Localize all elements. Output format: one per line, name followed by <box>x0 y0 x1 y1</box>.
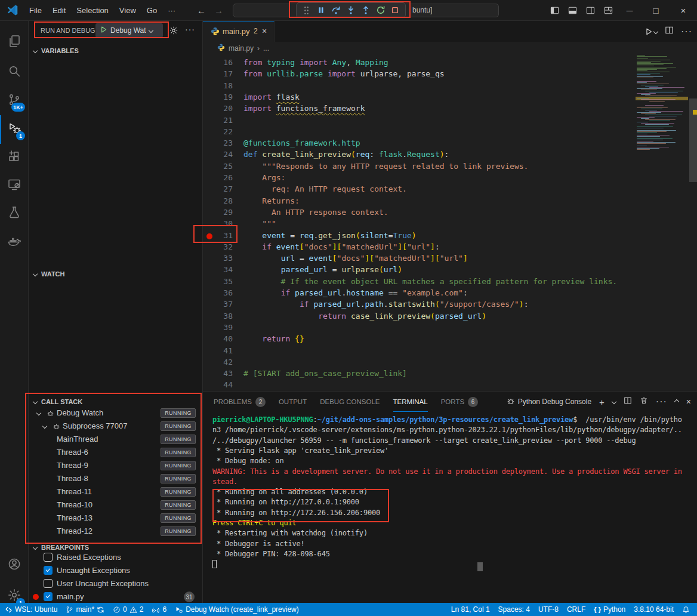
debug-configuration-dropdown[interactable]: Debug Wat <box>95 23 163 38</box>
ports-status[interactable]: 6 <box>152 605 166 614</box>
panel-tab-problems[interactable]: PROBLEMS2 <box>214 392 266 412</box>
terminal-output[interactable]: pierrick@LAPTOP-HKU5PNNG:~/git/add-ons-s… <box>212 415 690 600</box>
minimize-button[interactable]: ─ <box>617 0 642 21</box>
call-stack-item[interactable]: Debug WatchRUNNING <box>29 406 203 420</box>
maximize-button[interactable]: □ <box>642 0 670 21</box>
line-number[interactable]: 30 <box>203 219 233 228</box>
menu-go[interactable]: Go <box>141 4 162 17</box>
line-number[interactable]: 27 <box>203 184 233 193</box>
activity-search[interactable] <box>0 58 29 87</box>
breakpoint-item[interactable]: main.py31 <box>29 590 203 603</box>
line-number[interactable]: 33 <box>203 254 233 263</box>
line-number[interactable]: 41 <box>203 346 233 355</box>
line-number[interactable]: 23 <box>203 138 233 147</box>
menu-selection[interactable]: Selection <box>71 4 113 17</box>
pause-icon[interactable] <box>314 4 328 17</box>
line-number[interactable]: 25 <box>203 162 233 171</box>
language-mode[interactable]: { }Python <box>594 605 625 614</box>
line-number[interactable]: 18 <box>203 81 233 90</box>
line-number[interactable]: 17 <box>203 69 233 78</box>
start-debug-icon[interactable] <box>100 25 107 36</box>
panel-tab-ports[interactable]: PORTS6 <box>441 392 478 412</box>
breadcrumb-more[interactable]: ... <box>263 44 269 53</box>
notifications[interactable] <box>682 606 690 614</box>
stop-icon[interactable] <box>388 4 402 17</box>
breakpoint-item[interactable]: Uncaught Exceptions <box>29 564 203 577</box>
debug-settings-gear-icon[interactable] <box>169 26 178 38</box>
watch-section-header[interactable]: WATCH <box>29 268 203 280</box>
encoding[interactable]: UTF-8 <box>538 605 559 614</box>
kill-terminal-icon[interactable] <box>640 396 648 407</box>
line-number[interactable]: 24 <box>203 150 233 159</box>
activity-extensions[interactable] <box>0 143 29 172</box>
split-terminal-icon[interactable] <box>624 396 632 407</box>
panel-more-actions-icon[interactable]: ··· <box>656 396 667 407</box>
line-number[interactable]: 35 <box>203 277 233 286</box>
split-editor-icon[interactable] <box>665 26 674 37</box>
step-over-icon[interactable] <box>329 4 343 17</box>
tab-main-py[interactable]: main.py 2 × <box>203 21 275 42</box>
minimap[interactable] <box>636 55 689 294</box>
activity-run-and-debug[interactable]: 1 <box>0 115 29 144</box>
eol[interactable]: CRLF <box>567 605 585 614</box>
call-stack-item[interactable]: Thread-12RUNNING <box>29 525 203 538</box>
restart-icon[interactable] <box>374 4 387 17</box>
close-button[interactable]: × <box>670 0 697 21</box>
activity-docker[interactable] <box>0 228 29 257</box>
toggle-secondary-sidebar-icon[interactable] <box>581 0 599 21</box>
line-number[interactable]: 22 <box>203 127 233 136</box>
line-number[interactable]: 38 <box>203 312 233 321</box>
terminal-dropdown-chevron-icon[interactable] <box>612 399 616 404</box>
remote-status[interactable]: WSL: Ubuntu <box>5 605 57 614</box>
line-number[interactable]: 16 <box>203 58 233 67</box>
indentation[interactable]: Spaces: 4 <box>498 605 530 614</box>
call-stack-item[interactable]: Thread-6RUNNING <box>29 446 203 459</box>
step-out-icon[interactable] <box>359 4 372 17</box>
panel-tab-debug-console[interactable]: DEBUG CONSOLE <box>320 392 380 412</box>
breakpoint-checkbox[interactable] <box>44 553 53 562</box>
line-number[interactable]: 28 <box>203 196 233 205</box>
close-panel-icon[interactable]: × <box>686 397 691 406</box>
line-number[interactable]: 31 <box>203 231 233 240</box>
breadcrumb-file[interactable]: main.py <box>229 44 254 53</box>
line-number[interactable]: 40 <box>203 334 233 343</box>
panel-tab-output[interactable]: OUTPUT <box>279 392 307 412</box>
breadcrumb[interactable]: main.py › ... <box>203 42 697 55</box>
line-number[interactable]: 37 <box>203 300 233 309</box>
call-stack-item[interactable]: Subprocess 77007RUNNING <box>29 420 203 433</box>
line-number[interactable]: 42 <box>203 358 233 366</box>
menu-edit[interactable]: Edit <box>47 4 71 17</box>
line-number[interactable]: 26 <box>203 173 233 182</box>
panel-tab-terminal[interactable]: TERMINAL <box>393 392 428 412</box>
breakpoint-item[interactable]: Raised Exceptions <box>29 551 203 564</box>
go-forward-icon[interactable]: → <box>214 5 223 16</box>
toggle-sidebar-icon[interactable] <box>545 0 563 21</box>
line-number[interactable]: 32 <box>203 242 233 251</box>
problems-status[interactable]: 02 <box>113 605 143 614</box>
sidebar-more-actions-icon[interactable]: ··· <box>185 24 195 34</box>
cursor-position[interactable]: Ln 81, Col 1 <box>451 605 490 614</box>
new-terminal-icon[interactable]: + <box>599 397 605 407</box>
run-python-file-icon[interactable] <box>644 27 658 36</box>
menu-file[interactable]: File <box>24 4 47 17</box>
activity-source-control[interactable]: 1K+ <box>0 87 29 115</box>
line-number[interactable]: 34 <box>203 265 233 274</box>
call-stack-item[interactable]: Thread-13RUNNING <box>29 512 203 525</box>
call-stack-item[interactable]: Thread-8RUNNING <box>29 472 203 485</box>
line-number[interactable]: 29 <box>203 208 233 217</box>
activity-testing[interactable] <box>0 199 29 228</box>
menu-[interactable]: ··· <box>162 4 181 17</box>
code-editor[interactable]: 16from typing import Any, Mapping17from … <box>203 55 697 391</box>
variables-section-header[interactable]: VARIABLES <box>29 45 203 57</box>
toggle-panel-icon[interactable] <box>563 0 581 21</box>
breakpoint-checkbox[interactable] <box>44 579 53 588</box>
step-into-icon[interactable] <box>344 4 357 17</box>
tab-close-icon[interactable]: × <box>262 26 267 36</box>
breakpoint-checkbox[interactable] <box>44 592 53 601</box>
activity-explorer[interactable] <box>0 28 29 57</box>
editor-scrollbar[interactable] <box>689 21 697 357</box>
menu-view[interactable]: View <box>114 4 141 17</box>
call-stack-section-header[interactable]: CALL STACK <box>29 396 203 408</box>
line-number[interactable]: 36 <box>203 288 233 297</box>
interpreter[interactable]: 3.8.10 64-bit <box>634 605 674 614</box>
